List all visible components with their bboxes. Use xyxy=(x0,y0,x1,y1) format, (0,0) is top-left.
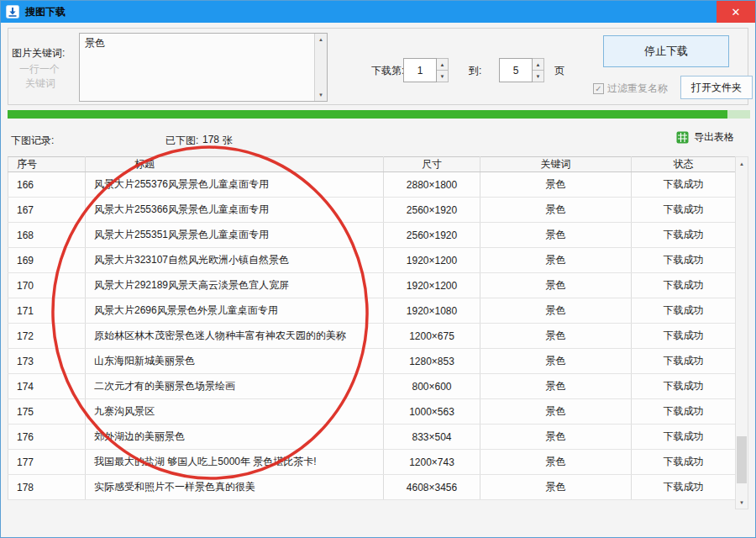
page-from-down-icon[interactable]: ▼ xyxy=(437,71,449,82)
cell-status: 下载成功 xyxy=(632,450,736,475)
download-to-label: 到: xyxy=(469,64,481,78)
table-scroll-up-icon[interactable]: ▲ xyxy=(736,157,748,170)
cell-keyword: 景色 xyxy=(480,248,632,273)
table-row[interactable]: 167 风景大片255366风景景色儿童桌面专用 2560×1920 景色 下载… xyxy=(8,198,736,223)
cell-no: 177 xyxy=(8,450,86,475)
cell-status: 下载成功 xyxy=(632,374,736,399)
results-table: 序号 标题 尺寸 关键词 状态 166 风景大片255376风景景色儿童桌面专用… xyxy=(8,156,735,500)
titlebar: 搜图下载 ✕ xyxy=(1,1,755,23)
app-icon xyxy=(6,5,19,18)
open-folder-button[interactable]: 打开文件夹 xyxy=(680,76,753,99)
keywords-value: 景色 xyxy=(85,36,105,50)
table-row[interactable]: 176 郊外湖边的美丽景色 833×504 景色 下载成功 xyxy=(8,425,736,450)
cell-title: 二次元才有的美丽景色场景绘画 xyxy=(86,374,384,399)
table-row[interactable]: 171 风景大片2696风景景色外景儿童桌面专用 1920×1080 景色 下载… xyxy=(8,298,736,324)
table-row[interactable]: 168 风景大片255351风景景色儿童桌面专用 2560×1920 景色 下载… xyxy=(8,223,736,248)
table-row[interactable]: 178 实际感受和照片不一样景色真的很美 4608×3456 景色 下载成功 xyxy=(8,475,736,500)
cell-status: 下载成功 xyxy=(632,349,736,374)
cell-title: 我国最大的盐湖 够国人吃上5000年 景色堪比茶卡! xyxy=(86,450,384,475)
download-progressbar xyxy=(8,110,750,119)
cell-status: 下载成功 xyxy=(632,248,736,273)
header-status: 状态 xyxy=(632,157,736,172)
cell-keyword: 景色 xyxy=(480,298,632,324)
keywords-hint-line2: 关键词 xyxy=(25,76,55,91)
cell-size: 800×600 xyxy=(384,374,480,399)
filter-duplicates-checkbox[interactable]: ✓ 过滤重复名称 xyxy=(593,82,668,96)
cell-no: 173 xyxy=(8,349,86,374)
cell-title: 九寨沟风景区 xyxy=(86,399,384,425)
table-row[interactable]: 173 山东海阳新城美丽景色 1280×853 景色 下载成功 xyxy=(8,349,736,374)
cell-status: 下载成功 xyxy=(632,198,736,223)
table-row[interactable]: 172 原始林区林木茂密景色迷人物种丰富有神农天园的的美称 1200×675 景… xyxy=(8,324,736,349)
keywords-hint-line1: 一行一个 xyxy=(19,62,60,76)
table-scroll-thumb[interactable] xyxy=(737,436,747,483)
table-row[interactable]: 175 九寨沟风景区 1000×563 景色 下载成功 xyxy=(8,399,736,425)
downloaded-unit: 张 xyxy=(223,134,233,148)
filter-checkbox-mark: ✓ xyxy=(593,83,604,94)
table-scrollbar[interactable]: ▲ ▼ xyxy=(735,156,748,509)
page-to-down-icon[interactable]: ▼ xyxy=(533,71,544,82)
cell-no: 167 xyxy=(8,198,86,223)
cell-title: 风景大片255351风景景色儿童桌面专用 xyxy=(86,223,384,248)
cell-size: 1200×675 xyxy=(384,324,480,349)
cell-keyword: 景色 xyxy=(480,450,632,475)
cell-status: 下载成功 xyxy=(632,399,736,425)
cell-title: 风景大片255376风景景色儿童桌面专用 xyxy=(86,172,384,198)
downloaded-count: 178 xyxy=(202,134,219,145)
cell-size: 833×504 xyxy=(384,425,480,450)
cell-no: 178 xyxy=(8,475,86,500)
downloaded-label: 已下图: xyxy=(165,134,198,148)
table-row[interactable]: 174 二次元才有的美丽景色场景绘画 800×600 景色 下载成功 xyxy=(8,374,736,399)
cell-keyword: 景色 xyxy=(480,349,632,374)
cell-status: 下载成功 xyxy=(632,273,736,298)
cell-title: 风景大片323107自然风光欧洲小镇自然景色 xyxy=(86,248,384,273)
cell-keyword: 景色 xyxy=(480,223,632,248)
page-to-input[interactable] xyxy=(499,58,533,82)
table-header-row: 序号 标题 尺寸 关键词 状态 xyxy=(8,157,736,172)
table-row[interactable]: 166 风景大片255376风景景色儿童桌面专用 2880×1800 景色 下载… xyxy=(8,172,736,198)
close-button[interactable]: ✕ xyxy=(717,1,755,23)
stop-download-button[interactable]: 停止下载 xyxy=(603,35,729,67)
cell-status: 下载成功 xyxy=(632,223,736,248)
keywords-input[interactable]: 景色 ▲ ▼ xyxy=(79,33,328,102)
table-scroll-down-icon[interactable]: ▼ xyxy=(736,496,748,509)
cell-status: 下载成功 xyxy=(632,324,736,349)
cell-size: 2560×1920 xyxy=(384,198,480,223)
table-row[interactable]: 170 风景大片292189风景天高云淡景色宜人宽屏 1920×1200 景色 … xyxy=(8,273,736,298)
scroll-down-icon[interactable]: ▼ xyxy=(315,89,327,101)
cell-title: 实际感受和照片不一样景色真的很美 xyxy=(86,475,384,500)
cell-keyword: 景色 xyxy=(480,475,632,500)
scroll-up-icon[interactable]: ▲ xyxy=(315,34,327,45)
cell-size: 1920×1200 xyxy=(384,273,480,298)
cell-title: 风景大片255366风景景色儿童桌面专用 xyxy=(86,198,384,223)
cell-status: 下载成功 xyxy=(632,475,736,500)
page-from-up-icon[interactable]: ▲ xyxy=(437,58,449,71)
cell-size: 1920×1080 xyxy=(384,298,480,324)
close-icon: ✕ xyxy=(732,6,741,18)
cell-title: 风景大片292189风景天高云淡景色宜人宽屏 xyxy=(86,273,384,298)
download-from-label: 下载第: xyxy=(371,64,404,78)
cell-size: 4608×3456 xyxy=(384,475,480,500)
page-unit-label: 页 xyxy=(554,64,564,78)
export-table-button[interactable]: 导出表格 xyxy=(676,130,734,145)
cell-no: 174 xyxy=(8,374,86,399)
record-label: 下图记录: xyxy=(11,134,54,148)
progress-fill xyxy=(8,110,727,119)
keywords-scrollbar[interactable]: ▲ ▼ xyxy=(314,34,327,101)
page-to-up-icon[interactable]: ▲ xyxy=(533,58,544,71)
header-no: 序号 xyxy=(8,157,86,172)
cell-keyword: 景色 xyxy=(480,324,632,349)
header-title: 标题 xyxy=(86,157,384,172)
header-size: 尺寸 xyxy=(384,157,480,172)
cell-keyword: 景色 xyxy=(480,425,632,450)
cell-keyword: 景色 xyxy=(480,273,632,298)
cell-size: 2880×1800 xyxy=(384,172,480,198)
page-from-input[interactable] xyxy=(403,58,437,82)
cell-no: 170 xyxy=(8,273,86,298)
cell-size: 1920×1200 xyxy=(384,248,480,273)
cell-no: 169 xyxy=(8,248,86,273)
table-row[interactable]: 177 我国最大的盐湖 够国人吃上5000年 景色堪比茶卡! 1200×743 … xyxy=(8,450,736,475)
cell-no: 172 xyxy=(8,324,86,349)
table-row[interactable]: 169 风景大片323107自然风光欧洲小镇自然景色 1920×1200 景色 … xyxy=(8,248,736,273)
cell-status: 下载成功 xyxy=(632,298,736,324)
